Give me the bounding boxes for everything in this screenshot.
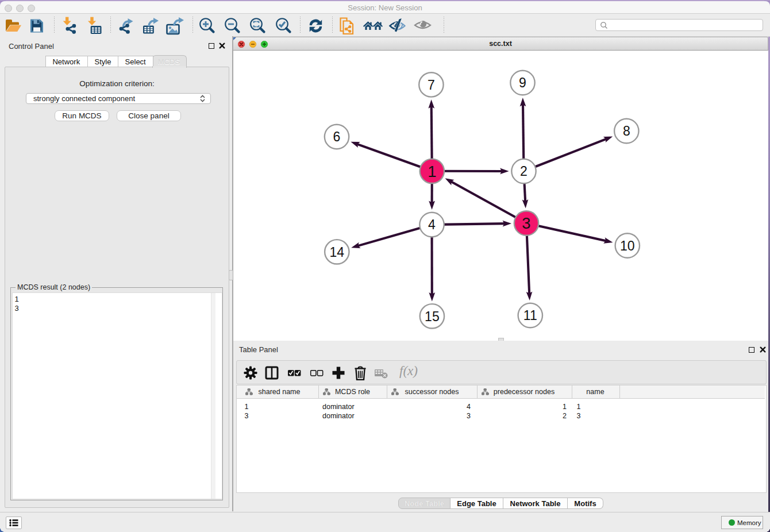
svg-text:10: 10 [620, 238, 635, 253]
svg-text:1: 1 [428, 163, 436, 180]
svg-text:15: 15 [425, 309, 440, 324]
svg-text:8: 8 [623, 124, 630, 138]
svg-text:14: 14 [330, 245, 345, 260]
svg-text:7: 7 [428, 78, 435, 92]
svg-text:2: 2 [520, 164, 528, 179]
svg-text:9: 9 [519, 75, 526, 90]
svg-text:6: 6 [333, 129, 341, 144]
svg-text:3: 3 [522, 214, 530, 232]
svg-text:11: 11 [523, 308, 537, 323]
svg-text:4: 4 [428, 217, 436, 232]
